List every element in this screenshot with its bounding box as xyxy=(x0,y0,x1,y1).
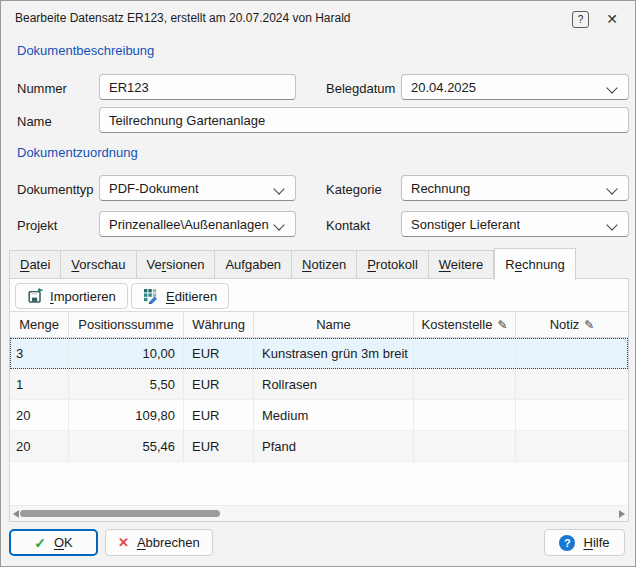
importieren-label: Importieren xyxy=(50,289,116,304)
column-header-name[interactable]: Name xyxy=(254,311,414,338)
pencil-icon: ✎ xyxy=(584,319,594,331)
table-row[interactable]: 3 10,00 EUR Kunstrasen grün 3m breit xyxy=(10,338,628,369)
column-header-kostenstelle[interactable]: Kostenstelle ✎ xyxy=(414,311,516,338)
cell-menge: 20 xyxy=(10,400,69,431)
kontakt-label: Kontakt xyxy=(326,218,370,233)
column-header-menge[interactable]: Menge xyxy=(10,311,69,338)
importieren-button[interactable]: Importieren xyxy=(15,283,128,309)
column-header-waehrung[interactable]: Währung xyxy=(184,311,254,338)
abbrechen-label: Abbrechen xyxy=(137,535,200,550)
cell-notiz xyxy=(516,338,628,369)
chevron-down-icon xyxy=(606,82,617,93)
scroll-right-arrow-icon[interactable] xyxy=(619,510,625,518)
import-icon xyxy=(27,288,43,304)
cell-kostenstelle xyxy=(414,400,516,431)
tab-aufgaben[interactable]: Aufgaben xyxy=(215,250,292,279)
table-row[interactable]: 20 109,80 EUR Medium xyxy=(10,400,628,431)
rechnung-tab-panel: Importieren Editieren Menge Positionssum… xyxy=(9,278,629,522)
titlebar-help-icon[interactable]: ? xyxy=(572,11,589,28)
cell-positionssumme: 5,50 xyxy=(69,369,184,400)
dokumenttyp-select[interactable]: PDF-Dokument xyxy=(99,175,296,201)
pencil-icon: ✎ xyxy=(497,319,507,331)
ok-label: OK xyxy=(54,535,73,550)
table-header-row: Menge Positionssumme Währung Name Kosten… xyxy=(10,311,628,338)
tab-vorschau[interactable]: Vorschau xyxy=(61,250,136,279)
cell-notiz xyxy=(516,400,628,431)
cell-menge: 20 xyxy=(10,431,69,462)
belegdatum-value: 20.04.2025 xyxy=(411,80,476,95)
cell-kostenstelle xyxy=(414,338,516,369)
tab-datei[interactable]: Datei xyxy=(9,250,61,279)
positions-table: Menge Positionssumme Währung Name Kosten… xyxy=(10,311,628,462)
table-row[interactable]: 20 55,46 EUR Pfand xyxy=(10,431,628,462)
cell-name: Medium xyxy=(254,400,414,431)
tab-rechnung[interactable]: Rechnung xyxy=(494,248,575,280)
projekt-label: Projekt xyxy=(17,218,57,233)
abbrechen-button[interactable]: ✕ Abbrechen xyxy=(105,529,213,556)
title-bar: Bearbeite Datensatz ER123, erstellt am 2… xyxy=(1,1,635,37)
table-row[interactable]: 1 5,50 EUR Rollrasen xyxy=(10,369,628,400)
cell-notiz xyxy=(516,431,628,462)
cell-waehrung: EUR xyxy=(184,338,254,369)
section-dokumentzuordnung: Dokumentzuordnung xyxy=(17,145,138,160)
section-dokumentbeschreibung: Dokumentbeschreibung xyxy=(17,43,154,58)
edit-record-dialog: Bearbeite Datensatz ER123, erstellt am 2… xyxy=(0,0,636,567)
cell-menge: 3 xyxy=(10,338,69,369)
ok-button[interactable]: ✓ OK xyxy=(9,529,98,556)
cell-menge: 1 xyxy=(10,369,69,400)
belegdatum-label: Belegdatum xyxy=(326,81,395,96)
column-header-notiz[interactable]: Notiz ✎ xyxy=(516,311,628,338)
cell-waehrung: EUR xyxy=(184,431,254,462)
kontakt-select[interactable]: Sonstiger Lieferant xyxy=(401,211,629,237)
nummer-label: Nummer xyxy=(17,81,67,96)
name-label: Name xyxy=(17,114,52,129)
tab-protokoll[interactable]: Protokoll xyxy=(357,250,429,279)
projekt-value: Prinzenallee\Außenanlagen xyxy=(109,217,269,232)
horizontal-scrollbar[interactable] xyxy=(10,505,628,521)
editieren-button[interactable]: Editieren xyxy=(131,283,229,309)
cell-positionssumme: 10,00 xyxy=(69,338,184,369)
cell-positionssumme: 109,80 xyxy=(69,400,184,431)
cell-kostenstelle xyxy=(414,431,516,462)
dokumenttyp-label: Dokumenttyp xyxy=(17,182,94,197)
chevron-down-icon xyxy=(273,183,284,194)
scrollbar-thumb[interactable] xyxy=(20,510,220,517)
nummer-input[interactable] xyxy=(99,74,296,100)
chevron-down-icon xyxy=(606,183,617,194)
dokumenttyp-value: PDF-Dokument xyxy=(109,181,199,196)
tab-notizen[interactable]: Notizen xyxy=(292,250,357,279)
dialog-title: Bearbeite Datensatz ER123, erstellt am 2… xyxy=(15,11,351,25)
cell-waehrung: EUR xyxy=(184,369,254,400)
editieren-label: Editieren xyxy=(166,289,217,304)
cell-name: Rollrasen xyxy=(254,369,414,400)
scroll-left-arrow-icon[interactable] xyxy=(13,510,19,518)
tab-versionen[interactable]: Versionen xyxy=(137,250,216,279)
cancel-x-icon: ✕ xyxy=(118,535,129,550)
kontakt-value: Sonstiger Lieferant xyxy=(411,217,520,232)
cell-notiz xyxy=(516,369,628,400)
tab-weitere[interactable]: Weitere xyxy=(429,250,495,279)
chevron-down-icon xyxy=(606,219,617,230)
cell-positionssumme: 55,46 xyxy=(69,431,184,462)
belegdatum-select[interactable]: 20.04.2025 xyxy=(401,74,629,100)
hilfe-button[interactable]: ? Hilfe xyxy=(544,529,625,556)
cell-kostenstelle xyxy=(414,369,516,400)
hilfe-label: Hilfe xyxy=(583,535,609,550)
cell-waehrung: EUR xyxy=(184,400,254,431)
edit-grid-icon xyxy=(143,288,159,304)
check-icon: ✓ xyxy=(34,535,46,551)
kategorie-select[interactable]: Rechnung xyxy=(401,175,629,201)
kategorie-value: Rechnung xyxy=(411,181,470,196)
help-circle-icon: ? xyxy=(559,535,575,551)
projekt-select[interactable]: Prinzenallee\Außenanlagen xyxy=(99,211,296,237)
kategorie-label: Kategorie xyxy=(326,182,382,197)
tab-bar: Datei Vorschau Versionen Aufgaben Notize… xyxy=(9,247,576,279)
footer-bar: ✓ OK ✕ Abbrechen ? Hilfe xyxy=(1,520,635,566)
cell-name: Kunstrasen grün 3m breit xyxy=(254,338,414,369)
name-input[interactable] xyxy=(99,107,629,133)
close-icon[interactable]: ✕ xyxy=(601,9,623,29)
column-header-positionssumme[interactable]: Positionssumme xyxy=(69,311,184,338)
chevron-down-icon xyxy=(273,219,284,230)
cell-name: Pfand xyxy=(254,431,414,462)
